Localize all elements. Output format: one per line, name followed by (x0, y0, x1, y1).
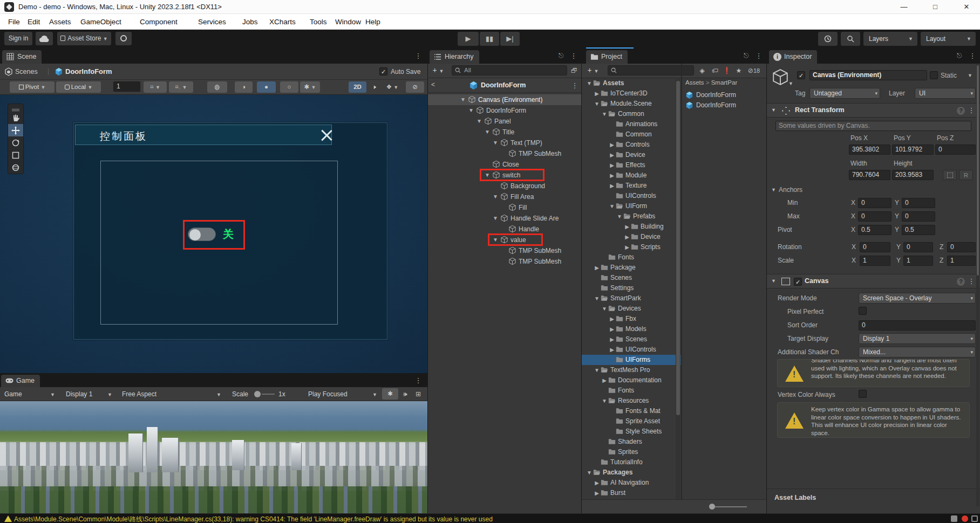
project-folder-fonts[interactable]: Fonts (582, 386, 681, 396)
expand-arrow[interactable]: ▼ (460, 94, 466, 105)
inspector-scrollbar[interactable] (976, 64, 979, 506)
project-folder-scripts[interactable]: ▶Scripts (582, 242, 681, 252)
icon-size-slider-track[interactable] (711, 506, 747, 507)
game-menu-kebab[interactable]: ⋮ (414, 376, 422, 384)
debug-dropdown[interactable]: ✱ ▼ (300, 81, 320, 93)
layers-dropdown[interactable]: Layers▼ (863, 32, 917, 46)
hierarchy-item-doorinfoform[interactable]: ▼DoorInfoForm (428, 105, 581, 116)
breadcrumb-prefab[interactable]: DoorInfoForm (65, 67, 112, 75)
menu-xcharts[interactable]: XCharts (264, 16, 301, 27)
grid-size-field[interactable]: 1 (113, 81, 140, 92)
tag-dropdown[interactable]: Untagged▾ (809, 88, 880, 99)
hierarchy-item-canvas-environment-[interactable]: ▼Canvas (Environment) (428, 94, 581, 105)
expand-arrow[interactable]: ▼ (586, 467, 593, 478)
project-add-button[interactable]: + ▼ (584, 65, 602, 76)
expand-arrow[interactable]: ▼ (601, 304, 608, 314)
hierarchy-item-tmp-submesh[interactable]: TMP SubMesh (428, 245, 581, 256)
active-checkbox[interactable]: ✓ (797, 71, 805, 79)
project-folder-device[interactable]: ▶Device (582, 150, 681, 160)
project-folder-common[interactable]: ▼Common (582, 109, 681, 119)
display-dropdown[interactable]: Display 1▼ (62, 387, 114, 401)
pause-button[interactable]: ▮▮ (480, 32, 499, 46)
sign-in-button[interactable]: Sign in (4, 32, 32, 45)
tab-scene[interactable]: Scene (2, 50, 42, 64)
project-folder-texture[interactable]: ▶Texture (582, 181, 681, 191)
search-button[interactable] (841, 32, 860, 46)
shading-mode-button[interactable]: ◍ (207, 81, 227, 93)
hidden-objects-eye-button[interactable]: ⊘ (406, 81, 424, 93)
project-folder-fbx[interactable]: ▶Fbx (582, 314, 681, 324)
collapse-arrow[interactable]: ▶ (594, 263, 600, 273)
project-folder-documentation[interactable]: ▶Documentation (582, 375, 681, 386)
component-kebab[interactable]: ⋮ (968, 106, 975, 114)
tab-hierarchy[interactable]: Hierarchy (430, 50, 479, 64)
project-folder-packages[interactable]: ▼Packages (582, 467, 681, 478)
project-folder-uiform[interactable]: ▼UIForm (582, 201, 681, 211)
raw-mode-button[interactable]: R (959, 170, 973, 180)
cloud-button[interactable] (36, 32, 53, 45)
maximize-button[interactable]: □ (923, 1, 948, 13)
project-folder-package[interactable]: ▶Package (582, 263, 681, 273)
debug-bug-button[interactable]: ✱ (382, 388, 398, 400)
collapse-arrow[interactable]: ▶ (609, 160, 615, 170)
collapse-arrow[interactable]: ▶ (609, 170, 615, 181)
asset-labels-header[interactable]: Asset Labels (774, 494, 816, 501)
breadcrumb-current[interactable]: SmartPar (711, 79, 738, 86)
audio-toggle-button[interactable]: ● (257, 81, 276, 93)
project-folder-style-sheets[interactable]: Style Sheets (582, 426, 681, 437)
collapse-arrow[interactable]: ▶ (609, 334, 615, 345)
project-folder-settings[interactable]: Settings (582, 283, 681, 293)
scale-y-field[interactable]: 1 (903, 256, 933, 266)
collapse-arrow[interactable]: ▶ (609, 314, 615, 324)
undo-history-button[interactable] (818, 32, 838, 46)
expand-arrow[interactable]: ▼ (594, 99, 600, 109)
icon-size-slider-knob[interactable] (709, 504, 715, 510)
height-field[interactable]: 203.9583 (892, 170, 934, 180)
hierarchy-item-panel[interactable]: ▼Panel (428, 116, 581, 127)
import-log-icon[interactable]: ❗ (722, 66, 732, 75)
project-folder-fonts[interactable]: Fonts (582, 252, 681, 263)
pos-y-field[interactable]: 101.9792 (892, 144, 934, 155)
hierarchy-item-handle[interactable]: Handle (428, 224, 581, 235)
component-kebab[interactable]: ⋮ (968, 277, 975, 285)
project-folder-shaders[interactable]: Shaders (582, 437, 681, 447)
scene-viewport[interactable]: 控制面板 关 (0, 95, 427, 373)
canvas-component-header[interactable]: ▼ ✓ Canvas ? ⋮ (767, 274, 980, 288)
hierarchy-item-fill-area[interactable]: ▼Fill Area (428, 191, 581, 202)
palette-drag-handle[interactable] (8, 104, 23, 112)
hierarchy-item-tmp-submesh[interactable]: TMP SubMesh (428, 148, 581, 159)
target-display-dropdown[interactable]: Display 1▾ (859, 333, 976, 344)
help-icon[interactable]: ? (957, 107, 965, 115)
prefab-back-button[interactable]: < (431, 81, 435, 88)
expand-arrow[interactable]: ▼ (616, 211, 623, 222)
hierarchy-item-background[interactable]: Background (428, 181, 581, 191)
menu-assets[interactable]: Assets (44, 16, 76, 27)
scale-slider-knob[interactable] (254, 391, 261, 397)
project-folder-prefabs[interactable]: ▼Prefabs (582, 211, 681, 222)
breadcrumb-root[interactable]: Assets (685, 79, 704, 86)
project-folder-ai-navigation[interactable]: ▶AI Navigation (582, 478, 681, 488)
rotate-tool-button[interactable] (8, 136, 23, 149)
expand-arrow[interactable]: ▼ (468, 105, 474, 116)
sort-order-field[interactable]: 0 (859, 320, 976, 331)
game-view-dropdown[interactable]: Game▼ (0, 387, 57, 401)
form-close-button[interactable] (319, 128, 334, 142)
project-folder-models[interactable]: ▶Models (582, 324, 681, 334)
scene-overlays-dropdown[interactable]: ❖ ▼ (380, 81, 404, 93)
project-folder-smartpark[interactable]: ▼SmartPark (582, 293, 681, 304)
gameobject-icon-caret[interactable]: ▼ (788, 81, 793, 86)
project-lock-icon[interactable]: ⎋ (744, 52, 749, 59)
menu-component[interactable]: Component (135, 16, 182, 27)
minimize-button[interactable]: — (891, 1, 916, 13)
anchor-max-y-field[interactable]: 0 (902, 211, 935, 222)
collapse-arrow[interactable]: ▶ (601, 375, 608, 386)
auto-save-checkbox[interactable]: ✓ (379, 67, 387, 75)
project-folder-uicontrols[interactable]: UIControls (582, 191, 681, 201)
hierarchy-lock-icon[interactable]: ⎋ (559, 52, 564, 59)
inspector-lock-icon[interactable]: ⎋ (957, 52, 962, 59)
search-window-icon[interactable]: 🗗 (569, 66, 579, 75)
scale-x-field[interactable]: 1 (860, 256, 890, 266)
scale-z-field[interactable]: 1 (947, 256, 976, 266)
move-tool-button[interactable] (8, 124, 23, 136)
rotation-x-field[interactable]: 0 (860, 242, 890, 252)
